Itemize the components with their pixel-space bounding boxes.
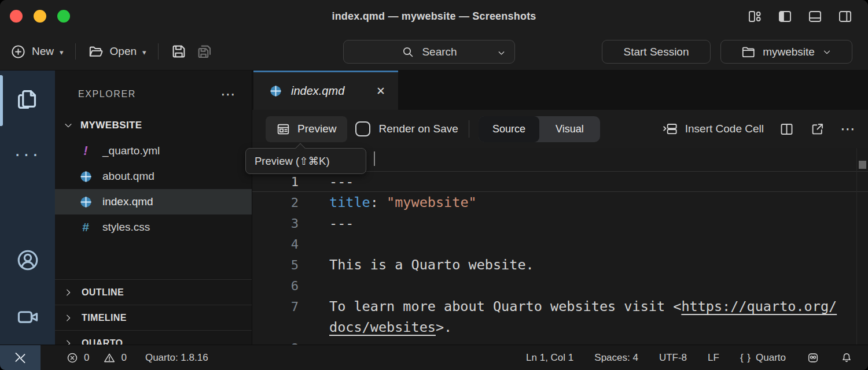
- line-number: 6: [252, 279, 299, 293]
- code-line: 6: [252, 275, 868, 296]
- start-session-button[interactable]: Start Session: [602, 40, 711, 64]
- line-text: ---: [329, 215, 354, 231]
- tab-label: index.qmd: [291, 84, 368, 98]
- render-on-save-checkbox[interactable]: [355, 121, 370, 136]
- activity-bar: ···: [0, 71, 55, 345]
- more-views-button[interactable]: ···: [0, 147, 55, 159]
- encoding-status-item[interactable]: UTF-8: [659, 352, 687, 364]
- insert-code-cell-button[interactable]: Insert Code Cell: [662, 121, 764, 136]
- code-line: 5 This is a Quarto website.: [252, 254, 868, 275]
- search-icon: [401, 45, 415, 59]
- text-cursor: [374, 151, 375, 166]
- search-input[interactable]: Search: [343, 40, 515, 64]
- cursor-position-status-item[interactable]: Ln 1, Col 1: [526, 352, 573, 364]
- toggle-secondary-sidebar-icon[interactable]: [837, 9, 853, 24]
- search-placeholder: Search: [422, 46, 457, 58]
- file-row-about-qmd[interactable]: about.qmd: [55, 164, 252, 189]
- quarto-version-status-item[interactable]: Quarto: 1.8.16: [145, 352, 208, 364]
- warning-count: 0: [121, 352, 126, 364]
- url-link[interactable]: https://quarto.org/: [681, 298, 837, 314]
- root-folder-label: MYWEBSITE: [80, 120, 142, 131]
- account-icon: [15, 247, 41, 273]
- section-label: OUTLINE: [82, 287, 124, 298]
- close-tab-icon[interactable]: ✕: [376, 84, 385, 98]
- indentation-status-item[interactable]: Spaces: 4: [594, 352, 638, 364]
- more-actions-icon[interactable]: ⋯: [840, 127, 856, 131]
- bell-icon: [840, 352, 853, 364]
- save-button[interactable]: [170, 43, 187, 60]
- scrollbar-thumb[interactable]: [859, 161, 866, 169]
- notifications-button[interactable]: [840, 352, 853, 364]
- code-line: 7 To learn more about Quarto websites vi…: [252, 296, 868, 317]
- folder-icon: [741, 45, 756, 60]
- globe-file-icon: [269, 84, 283, 98]
- timeline-section-header[interactable]: TIMELINE: [55, 305, 252, 330]
- insert-code-cell-label: Insert Code Cell: [685, 123, 764, 135]
- eol-status-item[interactable]: LF: [708, 352, 719, 364]
- visual-mode-button[interactable]: Visual: [539, 116, 600, 142]
- toolbar-divider: [158, 43, 159, 60]
- line-number: 1: [252, 175, 299, 189]
- code-line: 8: [252, 338, 868, 345]
- customize-layout-icon[interactable]: [747, 9, 763, 24]
- chevron-down-icon[interactable]: [496, 48, 506, 58]
- main-toolbar: New ▾ Open ▾ Search Start Session: [0, 32, 868, 71]
- explorer-activity-button[interactable]: [0, 86, 55, 113]
- line-number: 3: [252, 216, 299, 231]
- screencast-button[interactable]: [0, 304, 55, 330]
- yaml-key: title: [329, 194, 370, 210]
- app-window: index.qmd — mywebsite — Screenshots New …: [0, 0, 868, 370]
- open-external-icon[interactable]: [810, 121, 825, 137]
- code-editor[interactable]: 1 --- 2 title: "mywebsite" 3 --- 4: [252, 148, 868, 345]
- new-button[interactable]: New ▾: [10, 44, 64, 60]
- outline-section-header[interactable]: OUTLINE: [55, 279, 252, 305]
- source-mode-button[interactable]: Source: [479, 116, 539, 142]
- tooltip-text: Preview (⇧⌘K): [255, 155, 330, 168]
- insert-code-cell-icon: [662, 121, 679, 136]
- split-editor-icon[interactable]: [779, 121, 795, 137]
- language-mode-status-item[interactable]: { } Quarto: [740, 352, 786, 364]
- editor-scrollbar[interactable]: [856, 148, 868, 345]
- files-icon: [14, 86, 41, 113]
- editor-action-bar: Preview Render on Save Source Visual Ins…: [252, 110, 868, 148]
- workspace-switcher-button[interactable]: mywebsite: [720, 40, 852, 64]
- file-name: styles.css: [102, 221, 150, 234]
- error-count: 0: [84, 352, 89, 364]
- file-row-styles-css[interactable]: # styles.css: [55, 214, 252, 240]
- line-text: ---: [329, 173, 354, 190]
- workspace-root-folder[interactable]: MYWEBSITE: [55, 114, 252, 136]
- line-number: 5: [252, 258, 299, 272]
- code-line-wrap: docs/websites>.: [252, 317, 868, 338]
- open-button-label: Open: [110, 45, 137, 58]
- render-on-save-control[interactable]: Render on Save: [355, 121, 458, 136]
- dropdown-caret-icon: ▾: [60, 48, 64, 57]
- file-row-quarto-yml[interactable]: ! _quarto.yml: [55, 138, 252, 164]
- code-line: 2 title: "mywebsite": [252, 192, 868, 213]
- yaml-file-icon: !: [78, 143, 93, 158]
- explorer-sidebar: EXPLORER ⋯ MYWEBSITE ! _quarto.yml about…: [55, 71, 252, 345]
- toolbar-divider: [75, 43, 76, 60]
- error-icon: [66, 352, 79, 364]
- toggle-primary-sidebar-icon[interactable]: [777, 9, 793, 24]
- code-line: 1 ---: [252, 171, 868, 192]
- save-icon: [170, 43, 187, 60]
- code-line: 4: [252, 234, 868, 254]
- account-button[interactable]: [0, 247, 55, 273]
- explorer-more-actions-button[interactable]: ⋯: [220, 91, 236, 97]
- tab-index-qmd[interactable]: index.qmd ✕: [253, 71, 398, 110]
- save-all-button[interactable]: [196, 43, 213, 60]
- language-mode-label: Quarto: [756, 352, 786, 364]
- feedback-button[interactable]: [807, 352, 819, 364]
- remote-indicator-button[interactable]: [0, 345, 41, 370]
- toggle-panel-icon[interactable]: [807, 9, 823, 24]
- url-link[interactable]: docs/websites: [329, 319, 436, 335]
- preview-tooltip: Preview (⇧⌘K): [245, 148, 366, 174]
- globe-file-icon: [78, 169, 93, 184]
- title-bar: index.qmd — mywebsite — Screenshots: [0, 0, 868, 32]
- preview-button[interactable]: Preview: [266, 116, 347, 142]
- problems-status-item[interactable]: 0 0: [66, 352, 127, 364]
- file-row-index-qmd[interactable]: index.qmd: [55, 189, 252, 214]
- open-button[interactable]: Open ▾: [87, 43, 146, 60]
- dropdown-caret-icon: ▾: [142, 48, 146, 57]
- tab-strip: index.qmd ✕: [252, 71, 868, 110]
